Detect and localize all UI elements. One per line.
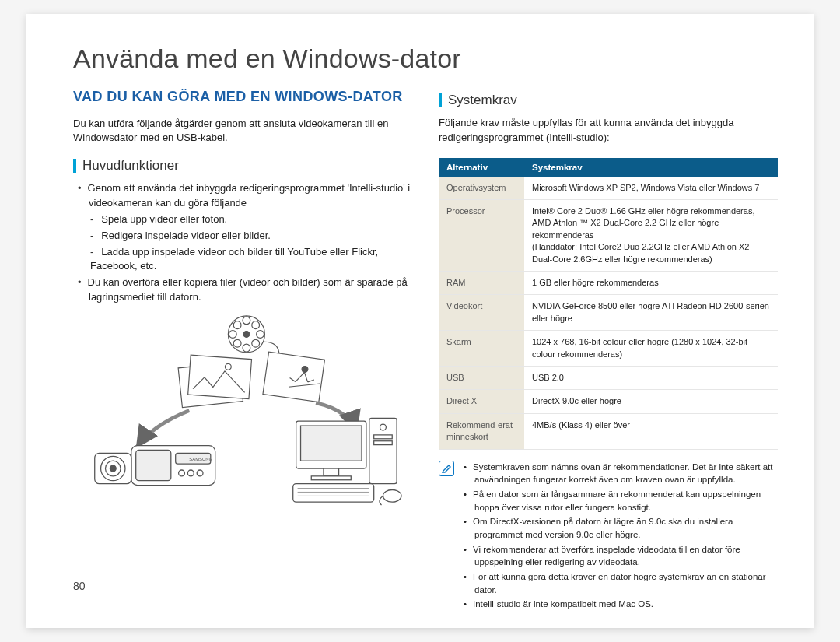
feature-bullet: Genom att använda det inbyggda redigerin…	[78, 181, 412, 211]
left-heading: VAD DU KAN GÖRA MED EN WINDOWS-DATOR	[73, 88, 412, 106]
svg-point-27	[380, 424, 387, 430]
svg-point-24	[197, 470, 203, 476]
subheading-text: Systemkrav	[448, 93, 517, 108]
svg-point-23	[187, 470, 194, 476]
page-number: 80	[73, 580, 86, 592]
note-item: Intelli-studio är inte kompatibelt med M…	[464, 598, 778, 611]
svg-rect-28	[374, 435, 393, 439]
svg-rect-34	[293, 484, 374, 503]
accent-bar-icon	[439, 93, 442, 107]
feature-bullets: Genom att använda det inbyggda redigerin…	[73, 181, 412, 211]
feature-dash: Redigera inspelade videor eller bilder.	[90, 229, 412, 244]
svg-point-12	[225, 363, 231, 370]
note-item: Systemkraven som nämns ovan är rekommend…	[464, 461, 778, 486]
table-row: ProcessorIntel® Core 2 Duo® 1.66 GHz ell…	[439, 200, 778, 272]
table-row: RAM1 GB eller högre rekommenderas	[439, 272, 778, 295]
svg-rect-32	[324, 468, 339, 476]
table-row: VideokortNVIDIA GeForce 8500 eller högre…	[439, 295, 778, 331]
svg-point-3	[243, 344, 250, 352]
table-head-req: Systemkrav	[524, 158, 778, 177]
feature-dashes: Spela upp videor eller foton. Redigera i…	[73, 212, 412, 274]
svg-rect-29	[374, 441, 393, 445]
feature-bullet: Du kan överföra eller kopiera filer (vid…	[78, 275, 412, 305]
accent-bar-icon	[73, 159, 76, 173]
feature-bullets: Du kan överföra eller kopiera filer (vid…	[73, 275, 412, 305]
svg-point-8	[233, 339, 241, 347]
svg-point-5	[257, 330, 264, 338]
note-item: På en dator som är långsammare än rekomm…	[464, 488, 778, 514]
svg-point-20	[110, 465, 116, 472]
camcorder-icon: SAMSUNG	[95, 446, 215, 486]
right-intro: Följande krav måste uppfyllas för att ku…	[439, 116, 778, 146]
subheading-text: Huvudfunktioner	[82, 158, 179, 174]
subheading-systemkrav: Systemkrav	[439, 93, 778, 108]
diagram-camcorder-to-pc: SAMSUNG	[73, 311, 412, 510]
svg-text:SAMSUNG: SAMSUNG	[189, 457, 212, 461]
diagram-svg: SAMSUNG	[73, 311, 412, 510]
film-reel-icon	[228, 316, 279, 356]
right-column: Systemkrav Följande krav måste uppfyllas…	[439, 88, 778, 612]
svg-point-38	[383, 489, 401, 502]
svg-point-1	[243, 331, 250, 337]
system-requirements-table: Alternativ Systemkrav OperativsystemMicr…	[439, 158, 778, 450]
note-list: Systemkraven som nämns ovan är rekommend…	[462, 461, 778, 612]
svg-rect-33	[311, 476, 351, 480]
table-row: Skärm1024 x 768, 16-bit colour eller hög…	[439, 331, 778, 367]
svg-rect-13	[263, 352, 325, 402]
svg-point-22	[179, 470, 185, 476]
subheading-huvudfunktioner: Huvudfunktioner	[73, 158, 412, 174]
skier-photo-icon	[263, 352, 325, 402]
manual-page: Använda med en Windows-dator VAD DU KAN …	[26, 14, 814, 628]
left-intro: Du kan utföra följande åtgärder genom at…	[73, 117, 412, 146]
feature-dash: Spela upp videor eller foton.	[90, 212, 412, 227]
svg-point-4	[229, 330, 236, 338]
svg-point-2	[243, 317, 250, 325]
note-item: För att kunna göra detta kräver en dator…	[464, 570, 778, 596]
svg-rect-16	[136, 450, 171, 480]
note-icon	[439, 461, 454, 476]
feature-dash: Ladda upp inspelade videor och bilder ti…	[90, 245, 412, 275]
photo-stack-icon	[178, 355, 251, 407]
svg-point-7	[252, 321, 260, 329]
table-row: Rekommend-erat minneskort4MB/s (Klass 4)…	[439, 413, 778, 449]
svg-point-14	[302, 366, 309, 373]
table-row: USBUSB 2.0	[439, 366, 778, 389]
svg-rect-11	[188, 355, 252, 398]
svg-rect-31	[301, 426, 362, 461]
note-block: Systemkraven som nämns ovan är rekommend…	[439, 461, 778, 612]
page-title: Använda med en Windows-dator	[73, 44, 778, 74]
table-head-option: Alternativ	[439, 158, 524, 177]
left-column: VAD DU KAN GÖRA MED EN WINDOWS-DATOR Du …	[73, 88, 412, 612]
content-columns: VAD DU KAN GÖRA MED EN WINDOWS-DATOR Du …	[73, 88, 778, 612]
note-item: Vi rekommenderar att överföra inspelade …	[464, 543, 778, 569]
svg-point-6	[233, 321, 241, 329]
note-item: Om DirectX-versionen på datorn är lägre …	[464, 515, 778, 541]
computer-icon	[293, 418, 401, 505]
table-row: Direct XDirectX 9.0c eller högre	[439, 390, 778, 413]
table-row: OperativsystemMicrosoft Windows XP SP2, …	[439, 177, 778, 200]
svg-point-9	[252, 339, 260, 347]
